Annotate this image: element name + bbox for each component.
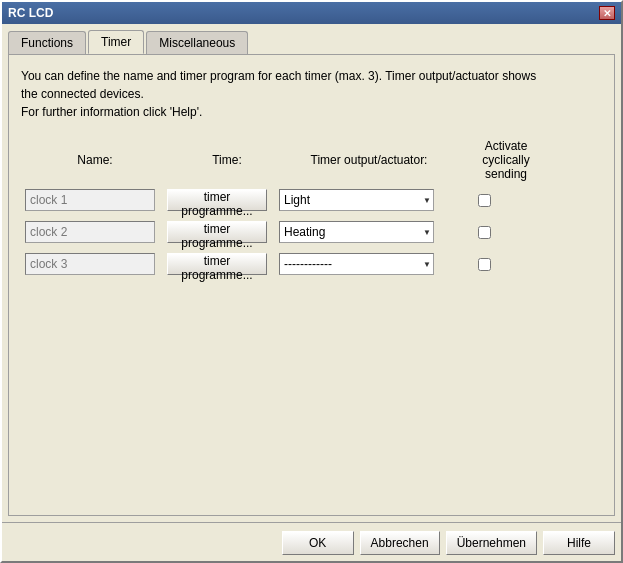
tab-bar: Functions Timer Miscellaneous xyxy=(8,30,615,54)
clock2-output-wrapper: Light Heating ------------ xyxy=(279,221,434,243)
main-window: RC LCD ✕ Functions Timer Miscellaneous Y… xyxy=(0,0,623,563)
timer-row-1: timer programme... Light Heating -------… xyxy=(21,189,602,211)
clock2-timer-btn[interactable]: timer programme... xyxy=(167,221,267,243)
tab-miscellaneous[interactable]: Miscellaneous xyxy=(146,31,248,54)
window-title: RC LCD xyxy=(8,6,53,20)
tab-timer[interactable]: Timer xyxy=(88,30,144,54)
bottom-buttons: OK Abbrechen Übernehmen Hilfe xyxy=(2,522,621,561)
title-bar: RC LCD ✕ xyxy=(2,2,621,24)
clock3-output-select[interactable]: Light Heating ------------ xyxy=(279,253,434,275)
clock3-timer-btn[interactable]: timer programme... xyxy=(167,253,267,275)
header-time: Time: xyxy=(177,153,277,167)
clock3-activate-checkbox[interactable] xyxy=(478,258,491,271)
clock1-output-wrapper: Light Heating ------------ xyxy=(279,189,434,211)
content-area: Functions Timer Miscellaneous You can de… xyxy=(2,24,621,522)
clock1-activate-checkbox[interactable] xyxy=(478,194,491,207)
header-activate: Activate cyclically sending xyxy=(461,139,551,181)
tab-functions[interactable]: Functions xyxy=(8,31,86,54)
apply-button[interactable]: Übernehmen xyxy=(446,531,537,555)
clock1-name-field[interactable] xyxy=(25,189,155,211)
help-button[interactable]: Hilfe xyxy=(543,531,615,555)
info-text: You can define the name and timer progra… xyxy=(21,67,602,121)
timer-row-2: timer programme... Light Heating -------… xyxy=(21,221,602,243)
tab-content-timer: You can define the name and timer progra… xyxy=(8,54,615,516)
clock3-checkbox-cell xyxy=(454,258,514,271)
clock2-name-field[interactable] xyxy=(25,221,155,243)
clock1-output-select[interactable]: Light Heating ------------ xyxy=(279,189,434,211)
info-line2: the connected devices. xyxy=(21,87,144,101)
clock1-timer-btn[interactable]: timer programme... xyxy=(167,189,267,211)
clock3-output-wrapper: Light Heating ------------ xyxy=(279,253,434,275)
info-line3: For further information click 'Help'. xyxy=(21,105,202,119)
info-line1: You can define the name and timer progra… xyxy=(21,69,536,83)
clock2-output-select[interactable]: Light Heating ------------ xyxy=(279,221,434,243)
close-button[interactable]: ✕ xyxy=(599,6,615,20)
clock2-checkbox-cell xyxy=(454,226,514,239)
header-name: Name: xyxy=(25,153,165,167)
table-header: Name: Time: Timer output/actuator: Activ… xyxy=(21,139,602,181)
spacer xyxy=(21,285,602,503)
timer-row-3: timer programme... Light Heating -------… xyxy=(21,253,602,275)
clock2-activate-checkbox[interactable] xyxy=(478,226,491,239)
clock1-checkbox-cell xyxy=(454,194,514,207)
cancel-button[interactable]: Abbrechen xyxy=(360,531,440,555)
header-output: Timer output/actuator: xyxy=(289,153,449,167)
ok-button[interactable]: OK xyxy=(282,531,354,555)
clock3-name-field[interactable] xyxy=(25,253,155,275)
